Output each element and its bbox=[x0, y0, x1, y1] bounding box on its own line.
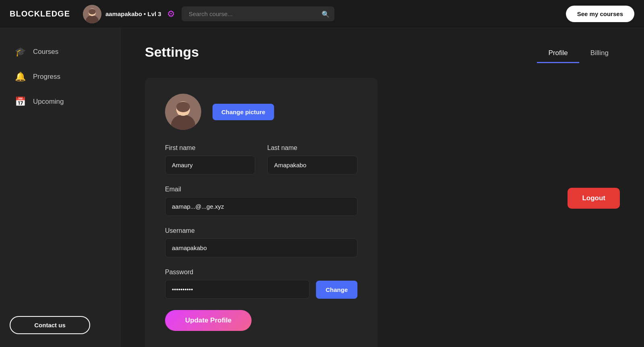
upcoming-icon: 📅 bbox=[14, 97, 26, 107]
settings-tabs: Profile Billing bbox=[537, 44, 620, 63]
see-my-courses-button[interactable]: See my courses bbox=[566, 6, 634, 22]
sidebar-item-progress[interactable]: 🔔 Progress bbox=[6, 66, 114, 88]
password-input[interactable] bbox=[165, 280, 310, 299]
search-input[interactable] bbox=[182, 6, 334, 21]
sidebar-item-label: Upcoming bbox=[33, 98, 64, 106]
email-label: Email bbox=[165, 186, 357, 193]
last-name-input[interactable] bbox=[267, 156, 357, 175]
password-group: Password Change bbox=[165, 269, 357, 299]
logout-button[interactable]: Logout bbox=[568, 188, 620, 209]
first-name-group: First name bbox=[165, 144, 255, 175]
profile-form-card: Change picture First name Last name bbox=[145, 78, 378, 347]
gear-icon[interactable]: ⚙ bbox=[167, 9, 175, 19]
sidebar-item-upcoming[interactable]: 📅 Upcoming bbox=[6, 91, 114, 113]
sidebar-item-courses[interactable]: 🎓 Courses bbox=[6, 41, 114, 63]
svg-point-9 bbox=[176, 102, 190, 112]
username-label: Username bbox=[165, 227, 357, 234]
username-group: Username bbox=[165, 227, 357, 257]
email-input[interactable] bbox=[165, 197, 357, 216]
main-content: Settings Profile Billing bbox=[121, 28, 644, 347]
svg-point-4 bbox=[89, 9, 96, 14]
avatar-row: Change picture bbox=[165, 94, 357, 130]
last-name-group: Last name bbox=[267, 144, 357, 175]
name-row: First name Last name bbox=[165, 144, 357, 175]
change-password-button[interactable]: Change bbox=[316, 281, 357, 299]
sidebar-item-label: Courses bbox=[33, 48, 58, 56]
tab-billing[interactable]: Billing bbox=[579, 44, 620, 63]
sidebar-nav: 🎓 Courses 🔔 Progress 📅 Upcoming bbox=[0, 41, 121, 316]
email-row: Email bbox=[165, 186, 357, 216]
search-icon: 🔍 bbox=[322, 10, 330, 18]
sidebar-item-label: Progress bbox=[33, 73, 60, 81]
user-info: aamapakabo • Lvl 3 ⚙ bbox=[83, 5, 175, 23]
password-label: Password bbox=[165, 269, 357, 276]
topnav: BLOCKLEDGE aamapakabo • Lvl 3 ⚙ 🔍 See my… bbox=[0, 0, 644, 28]
email-group: Email bbox=[165, 186, 357, 216]
avatar bbox=[83, 5, 101, 23]
last-name-label: Last name bbox=[267, 144, 357, 152]
username-row: Username bbox=[165, 227, 357, 257]
settings-header: Settings Profile Billing bbox=[145, 44, 620, 63]
password-input-row: Change bbox=[165, 280, 357, 299]
password-row-container: Password Change bbox=[165, 269, 357, 299]
change-picture-button[interactable]: Change picture bbox=[213, 104, 274, 120]
settings-title: Settings bbox=[145, 44, 199, 60]
sidebar-bottom: Contact us bbox=[0, 316, 121, 334]
sidebar: 🎓 Courses 🔔 Progress 📅 Upcoming Contact … bbox=[0, 28, 121, 347]
logo: BLOCKLEDGE bbox=[10, 9, 70, 18]
tab-profile[interactable]: Profile bbox=[537, 44, 579, 63]
update-profile-button[interactable]: Update Profile bbox=[165, 310, 252, 331]
courses-icon: 🎓 bbox=[14, 47, 26, 57]
profile-avatar bbox=[165, 94, 201, 130]
first-name-input[interactable] bbox=[165, 156, 255, 175]
username-level: aamapakabo • Lvl 3 bbox=[105, 10, 161, 17]
first-name-label: First name bbox=[165, 144, 255, 152]
contact-us-button[interactable]: Contact us bbox=[10, 316, 90, 334]
body-layout: 🎓 Courses 🔔 Progress 📅 Upcoming Contact … bbox=[0, 28, 644, 347]
username-input[interactable] bbox=[165, 238, 357, 257]
progress-icon: 🔔 bbox=[14, 72, 26, 82]
search-container: 🔍 bbox=[182, 6, 334, 21]
